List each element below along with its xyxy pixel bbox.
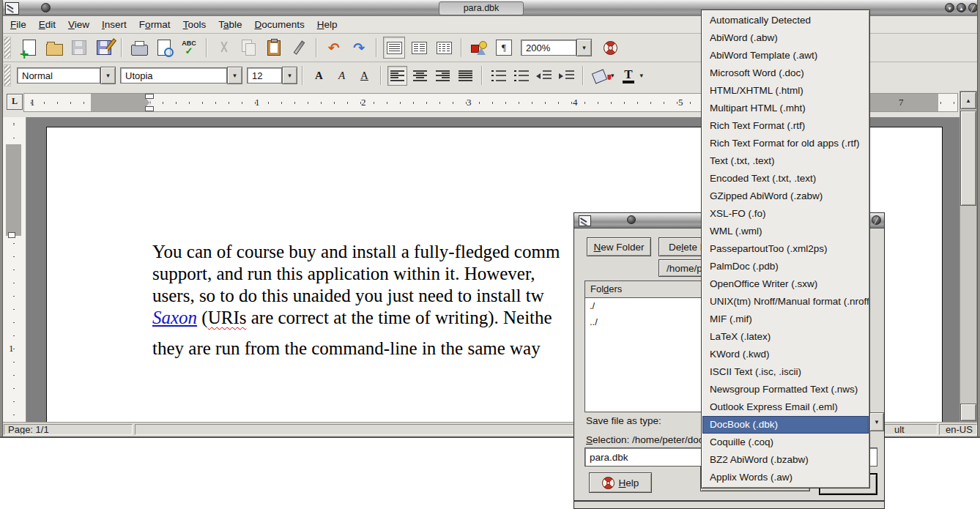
document-hyperlink[interactable]: Saxon <box>152 308 197 327</box>
format-option[interactable]: UNIX(tm) Nroff/Manual format (.nroff) <box>702 293 869 311</box>
format-option[interactable]: GZipped AbiWord (.zabw) <box>702 187 869 205</box>
underline-button[interactable]: A <box>354 66 374 86</box>
help-button[interactable] <box>599 37 621 59</box>
folder-item[interactable]: ../ <box>585 314 714 330</box>
menu-item-edit[interactable]: Edit <box>32 16 62 32</box>
numbered-list-button[interactable] <box>489 66 508 86</box>
open-button[interactable] <box>43 37 65 59</box>
print-preview-button[interactable] <box>153 37 175 59</box>
increase-indent-button[interactable] <box>557 66 576 86</box>
vertical-scrollbar[interactable]: ▴ <box>959 91 977 422</box>
scrollbar-thumb[interactable] <box>960 111 976 206</box>
style-value-field[interactable]: Normal <box>17 67 100 83</box>
font-size-value-field[interactable]: 12 <box>247 67 282 83</box>
format-option[interactable]: OpenOffice Writer (.sxw) <box>702 275 869 293</box>
format-option[interactable]: LaTeX (.latex) <box>702 328 869 346</box>
left-indent-marker[interactable] <box>145 106 154 111</box>
format-painter-button[interactable] <box>288 37 310 59</box>
format-option[interactable]: DocBook (.dbk) <box>702 416 869 434</box>
format-option[interactable]: PassepartoutToo (.xml2ps) <box>702 240 869 258</box>
format-option[interactable]: Automatically Detected <box>702 12 869 29</box>
scroll-up-button[interactable]: ▴ <box>960 92 976 109</box>
new-document-button[interactable] <box>18 37 40 59</box>
new-folder-button[interactable]: New Folder <box>587 237 651 256</box>
format-option[interactable]: Rich Text Format for old apps (.rtf) <box>702 135 869 152</box>
format-option[interactable]: AbiWord (.abw) <box>702 29 869 47</box>
format-option[interactable]: MIF (.mif) <box>702 311 869 328</box>
first-line-indent-marker[interactable] <box>145 94 154 99</box>
three-columns-button[interactable] <box>433 37 455 59</box>
zoom-dropdown-button[interactable]: ▾ <box>576 39 592 56</box>
insert-graphic-button[interactable] <box>468 37 490 59</box>
font-size-dropdown-button[interactable]: ▾ <box>282 67 297 84</box>
menu-item-table[interactable]: Table <box>212 16 248 32</box>
highlight-color-button[interactable] <box>590 66 609 86</box>
window-shade-button[interactable]: ▾ <box>945 3 954 12</box>
format-option[interactable]: Newsgroup Formatted Text (.nws) <box>702 381 869 398</box>
format-option[interactable]: Rich Text Format (.rtf) <box>702 117 869 135</box>
show-formatting-button[interactable]: ¶ <box>493 37 515 59</box>
font-value-field[interactable]: Utopia <box>120 67 227 83</box>
undo-button[interactable]: ↶ <box>323 37 345 59</box>
italic-button[interactable]: A <box>332 66 352 86</box>
window-maximize-button[interactable]: ▴ <box>957 3 966 12</box>
format-option[interactable]: Outlook Express Email (.eml) <box>702 398 869 416</box>
toolbar-drag-handle[interactable] <box>4 64 11 86</box>
menu-item-format[interactable]: Format <box>133 16 177 32</box>
two-columns-button[interactable] <box>408 37 430 59</box>
zoom-value-field[interactable]: 200% <box>521 40 576 56</box>
align-left-button[interactable] <box>387 66 407 86</box>
folder-item[interactable]: ./ <box>585 298 714 314</box>
text-color-dropdown[interactable]: ▾ <box>640 72 644 79</box>
save-as-button[interactable] <box>93 37 115 59</box>
format-option[interactable]: ISCII Text (.isc, .iscii) <box>702 363 869 381</box>
dialog-window-menu-button[interactable] <box>627 215 636 224</box>
style-dropdown-button[interactable]: ▾ <box>100 67 116 84</box>
format-option[interactable]: Encoded Text (.txt, .text) <box>702 170 869 187</box>
format-option[interactable]: KWord (.kwd) <box>702 346 869 363</box>
format-option[interactable]: Multipart HTML (.mht) <box>702 100 869 117</box>
menu-item-file[interactable]: File <box>4 16 32 32</box>
format-option[interactable]: PalmDoc (.pdb) <box>702 258 869 275</box>
folders-list-header[interactable]: Folders <box>584 280 715 298</box>
format-option[interactable]: XSL-FO (.fo) <box>702 205 869 223</box>
ruler-number: 2 <box>361 97 366 108</box>
highlight-color-dropdown[interactable]: ▾ <box>611 72 615 79</box>
window-menu-button[interactable] <box>41 3 51 12</box>
menu-item-tools[interactable]: Tools <box>177 16 212 32</box>
bullet-list-button[interactable] <box>511 66 531 86</box>
format-option[interactable]: BZ2 AbiWord (.bzabw) <box>702 451 869 469</box>
menu-item-help[interactable]: Help <box>311 16 344 32</box>
redo-button[interactable]: ↷ <box>348 37 370 59</box>
format-option[interactable]: Coquille (.coq) <box>702 434 869 451</box>
bold-button[interactable]: A <box>309 66 329 86</box>
format-option[interactable]: Text (.txt, .text) <box>702 152 869 170</box>
decrease-indent-button[interactable] <box>534 66 554 86</box>
toolbar-drag-handle[interactable] <box>4 37 11 59</box>
one-column-button[interactable] <box>383 37 405 59</box>
format-option[interactable]: AbiWord Template (.awt) <box>702 47 869 64</box>
font-dropdown-button[interactable]: ▾ <box>227 67 242 84</box>
increase-indent-icon <box>559 70 574 81</box>
scroll-down-button[interactable] <box>960 404 976 421</box>
folders-list: Folders ./../ <box>584 280 715 412</box>
format-option[interactable]: HTML/XHTML (.html) <box>702 82 869 100</box>
file-type-dropdown-button[interactable]: ▾ <box>869 412 884 431</box>
dialog-close-button[interactable]: ╱ <box>872 215 881 225</box>
text-color-button[interactable]: T <box>619 66 639 86</box>
format-option[interactable]: WML (.wml) <box>702 223 869 240</box>
justify-button[interactable] <box>456 66 475 86</box>
paste-button[interactable] <box>263 37 285 59</box>
align-center-button[interactable] <box>410 66 430 86</box>
spellcheck-button[interactable]: ABC✓ <box>178 37 200 59</box>
dialog-help-button[interactable]: Help <box>589 472 652 493</box>
menu-item-view[interactable]: View <box>62 16 95 32</box>
menu-item-insert[interactable]: Insert <box>95 16 133 32</box>
align-right-button[interactable] <box>433 66 453 86</box>
format-option[interactable]: Microsoft Word (.doc) <box>702 64 869 82</box>
tab-selector-button[interactable]: L <box>7 94 23 110</box>
top-margin-marker[interactable] <box>8 232 15 238</box>
format-option[interactable]: Applix Words (.aw) <box>702 469 869 486</box>
print-button[interactable] <box>128 37 150 59</box>
menu-item-documents[interactable]: Documents <box>248 16 310 32</box>
